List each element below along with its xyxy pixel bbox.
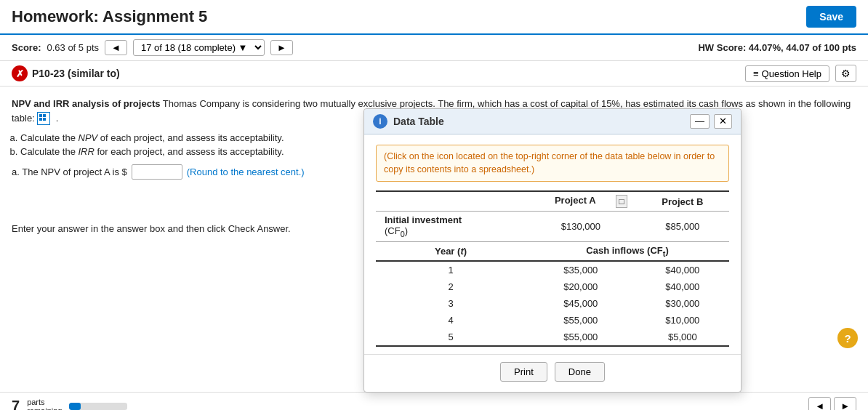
modal-title-row: i Data Table xyxy=(373,114,444,129)
cf-a-4: $55,000 xyxy=(526,312,636,329)
year-5: 5 xyxy=(376,329,526,346)
col-project-b: Project B xyxy=(636,191,729,212)
table-row: 5 $55,000 $5,000 xyxy=(376,329,729,346)
hw-score-label: HW Score: xyxy=(698,42,746,53)
year-2: 2 xyxy=(376,278,526,295)
info-icon: i xyxy=(379,116,381,126)
bottom-prev-button[interactable]: ◄ xyxy=(808,397,831,410)
parts-label-line2: remaining xyxy=(27,406,62,411)
table-body: 1 $35,000 $40,000 2 $20,000 $40,000 3 $4… xyxy=(376,261,729,346)
cf-a-3: $45,000 xyxy=(526,295,636,312)
col-empty xyxy=(376,191,526,212)
initial-label: Initial investment(CF0) xyxy=(376,212,526,242)
cf-b-1: $40,000 xyxy=(636,261,729,278)
data-table-modal: i Data Table — ✕ (Click on the icon loca… xyxy=(363,108,742,393)
nav-bar: Score: 0.63 of 5 pts ◄ 17 of 18 (18 comp… xyxy=(0,35,868,61)
parts-remaining-section: 7 parts remaining xyxy=(12,398,127,411)
table-row: 4 $55,000 $10,000 xyxy=(376,312,729,329)
table-header-row: Project A □ Project B xyxy=(376,191,729,212)
bottom-nav: ◄ ► xyxy=(808,397,856,410)
parts-progress-bar xyxy=(69,403,127,410)
svg-rect-3 xyxy=(43,118,46,121)
question-bar-right: ≡ Question Help ⚙ xyxy=(745,65,856,82)
score-value: 0.63 of 5 pts xyxy=(47,42,99,53)
incorrect-icon: ✗ xyxy=(12,65,28,81)
question-id-label: P10-23 (similar to) xyxy=(32,68,120,79)
modal-title: Data Table xyxy=(393,116,444,127)
modal-minimize-button[interactable]: — xyxy=(690,114,710,129)
gear-icon: ⚙ xyxy=(841,68,851,79)
next-question-button[interactable]: ► xyxy=(270,40,293,55)
list-icon: ≡ xyxy=(753,68,759,79)
question-help-button[interactable]: ≡ Question Help xyxy=(745,65,829,82)
prev-question-button[interactable]: ◄ xyxy=(105,40,127,55)
initial-value-a: $130,000 xyxy=(526,212,636,242)
table-row: 1 $35,000 $40,000 xyxy=(376,261,729,278)
answer-input[interactable] xyxy=(132,164,182,180)
score-label: Score: xyxy=(12,42,41,53)
cash-flow-table: Project A □ Project B Initial investment… xyxy=(376,190,729,347)
progress-bar-fill xyxy=(69,403,81,410)
main-content: NPV and IRR analysis of projects Thomas … xyxy=(0,87,868,392)
print-button[interactable]: Print xyxy=(500,362,547,382)
footer-row: 7 parts remaining ◄ ► xyxy=(0,392,868,410)
modal-footer: Print Done xyxy=(364,354,741,392)
modal-close-button[interactable]: ✕ xyxy=(714,114,732,129)
help-question-icon: ? xyxy=(844,332,851,345)
svg-rect-0 xyxy=(39,114,42,117)
modal-body: (Click on the icon located on the top-ri… xyxy=(364,134,741,354)
question-help-label: Question Help xyxy=(762,68,821,79)
spreadsheet-copy-icon[interactable]: □ xyxy=(616,195,627,208)
close-icon: ✕ xyxy=(719,116,727,126)
problem-bold-title: NPV and IRR analysis of projects xyxy=(12,98,160,109)
parts-label: parts remaining xyxy=(27,398,62,411)
cf-b-4: $10,000 xyxy=(636,312,729,329)
year-1: 1 xyxy=(376,261,526,278)
svg-rect-1 xyxy=(43,114,46,117)
parts-label-line1: parts xyxy=(27,398,62,406)
cf-b-2: $40,000 xyxy=(636,278,729,295)
question-bar: ✗ P10-23 (similar to) ≡ Question Help ⚙ xyxy=(0,61,868,87)
hw-score-value: 44.07%, 44.07 of 100 pts xyxy=(749,42,856,53)
cashflow-col-header: Cash inflows (CFt) xyxy=(526,241,729,261)
year-4: 4 xyxy=(376,312,526,329)
round-note: (Round to the nearest cent.) xyxy=(187,166,305,177)
save-button[interactable]: Save xyxy=(806,6,856,28)
col-project-a: Project A □ xyxy=(526,191,636,212)
page-header: Homework: Assignment 5 Save xyxy=(0,0,868,35)
cf-a-1: $35,000 xyxy=(526,261,636,278)
year-3: 3 xyxy=(376,295,526,312)
parts-count: 7 xyxy=(12,398,20,410)
initial-value-b: $85,000 xyxy=(636,212,729,242)
modal-controls: — ✕ xyxy=(690,114,732,129)
answer-prompt: a. The NPV of project A is $ xyxy=(12,166,127,177)
settings-button[interactable]: ⚙ xyxy=(835,65,856,82)
hw-score-area: HW Score: 44.07%, 44.07 of 100 pts xyxy=(698,42,856,53)
progress-dropdown[interactable]: 17 of 18 (18 complete) ▼ xyxy=(133,39,265,56)
minimize-icon: — xyxy=(695,116,704,126)
modal-header: i Data Table — ✕ xyxy=(364,109,741,134)
done-button[interactable]: Done xyxy=(555,362,605,382)
question-id-area: ✗ P10-23 (similar to) xyxy=(12,65,120,81)
modal-info-icon: i xyxy=(373,114,387,129)
help-bubble-button[interactable]: ? xyxy=(837,328,858,348)
table-row: 3 $45,000 $30,000 xyxy=(376,295,729,312)
cf-b-3: $30,000 xyxy=(636,295,729,312)
nav-left: Score: 0.63 of 5 pts ◄ 17 of 18 (18 comp… xyxy=(12,39,293,56)
svg-rect-2 xyxy=(39,118,42,121)
year-col-header: Year (t) xyxy=(376,241,526,261)
bottom-next-button[interactable]: ► xyxy=(834,397,856,410)
data-table-grid-icon[interactable] xyxy=(37,112,50,125)
cf-b-5: $5,000 xyxy=(636,329,729,346)
cashflow-subheader-row: Year (t) Cash inflows (CFt) xyxy=(376,241,729,261)
nav-progress: 17 of 18 (18 complete) ▼ xyxy=(133,39,265,56)
table-row: 2 $20,000 $40,000 xyxy=(376,278,729,295)
initial-investment-row: Initial investment(CF0) $130,000 $85,000 xyxy=(376,212,729,242)
cf-a-2: $20,000 xyxy=(526,278,636,295)
parts-number: 7 xyxy=(12,398,20,410)
modal-note: (Click on the icon located on the top-ri… xyxy=(376,145,729,182)
page-title: Homework: Assignment 5 xyxy=(12,7,207,26)
cf-a-5: $55,000 xyxy=(526,329,636,346)
